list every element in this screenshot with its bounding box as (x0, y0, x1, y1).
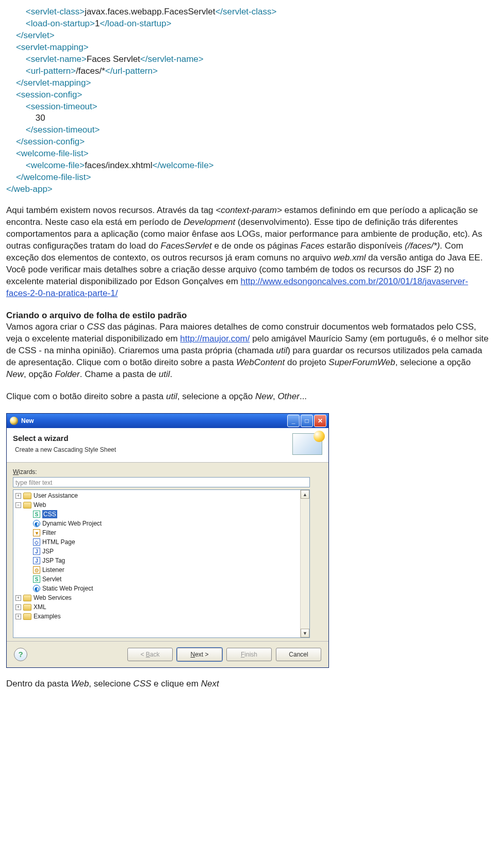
paragraph-1: Aqui também existem novos recursos. Atra… (6, 205, 489, 300)
folder-icon (23, 493, 31, 499)
tree-scrollbar[interactable]: ▲ ▼ (300, 490, 309, 637)
tree-item-css[interactable]: SCSS (13, 510, 300, 519)
collapse-icon[interactable]: − (15, 502, 21, 508)
wizards-label: Wizards: (13, 468, 322, 476)
banner-title: Select a wizard (13, 433, 292, 444)
tree-item-examples[interactable]: +Examples (13, 612, 300, 621)
tree-item-web-services[interactable]: +Web Services (13, 593, 300, 602)
dialog-titlebar[interactable]: New _ □ ✕ (7, 414, 328, 428)
tree-item-listener[interactable]: ⊙Listener (13, 565, 300, 575)
dialog-title-icon (10, 417, 18, 425)
tree-item-jsp-tag[interactable]: JJSP Tag (13, 556, 300, 565)
jsp-icon: J (33, 548, 40, 555)
html-icon: ◇ (33, 538, 40, 546)
tree-item-user-assistance[interactable]: +User Assistance (13, 491, 300, 500)
folder-icon (23, 613, 31, 620)
paragraph-2: Criando o arquivo de folha de estilo pad… (6, 310, 489, 381)
banner-icon (292, 433, 322, 455)
folder-icon (23, 595, 31, 601)
expand-icon[interactable]: + (15, 493, 21, 499)
css-icon: S (33, 511, 40, 518)
link-maujor[interactable]: http://maujor.com/ (180, 334, 250, 343)
new-wizard-dialog: New _ □ ✕ Select a wizard Create a new C… (6, 413, 329, 668)
tree-item-filter[interactable]: ▾Filter (13, 528, 300, 537)
tree-item-web[interactable]: −Web (13, 500, 300, 510)
jsp-tag-icon: J (33, 557, 40, 564)
tree-item-dynamic-web[interactable]: ◐Dynamic Web Project (13, 519, 300, 528)
servlet-icon: S (33, 576, 40, 583)
paragraph-3: Clique com o botão direito sobre a pasta… (6, 391, 489, 403)
scroll-up-icon[interactable]: ▲ (301, 490, 309, 499)
cancel-button[interactable]: Cancel (276, 648, 321, 661)
tree-item-xml[interactable]: +XML (13, 602, 300, 612)
finish-button[interactable]: Finish (226, 648, 272, 661)
filter-icon: ▾ (33, 529, 40, 536)
dialog-title: New (21, 417, 34, 425)
expand-icon[interactable]: + (15, 614, 21, 619)
expand-icon[interactable]: + (15, 595, 21, 601)
filter-input[interactable]: type filter text (13, 477, 310, 487)
expand-icon[interactable]: + (15, 604, 21, 610)
banner-subtitle: Create a new Cascading Style Sheet (15, 446, 292, 454)
listener-icon: ⊙ (33, 566, 40, 574)
tree-item-static-web[interactable]: ◐Static Web Project (13, 584, 300, 593)
help-button[interactable]: ? (14, 648, 27, 661)
folder-icon (23, 604, 31, 611)
tree-item-servlet[interactable]: SServlet (13, 575, 300, 584)
next-button[interactable]: Next > (177, 648, 222, 661)
close-button[interactable]: ✕ (314, 415, 326, 427)
back-button[interactable]: < Back (127, 648, 173, 661)
globe-icon: ◐ (33, 585, 40, 592)
folder-icon (23, 502, 31, 509)
maximize-button[interactable]: □ (301, 415, 313, 427)
tree-item-html[interactable]: ◇HTML Page (13, 537, 300, 547)
wizard-tree: +User Assistance −Web SCSS ◐Dynamic Web … (13, 489, 310, 638)
tree-item-jsp[interactable]: JJSP (13, 547, 300, 556)
dialog-button-row: ? < Back Next > Finish Cancel (7, 641, 328, 667)
section-heading: Criando o arquivo de folha de estilo pad… (6, 310, 187, 320)
minimize-button[interactable]: _ (287, 415, 300, 427)
globe-icon: ◐ (33, 520, 40, 527)
scroll-down-icon[interactable]: ▼ (301, 629, 309, 637)
xml-code-block: <servlet-class>javax.faces.webapp.FacesS… (6, 6, 489, 195)
dialog-banner: Select a wizard Create a new Cascading S… (7, 428, 328, 463)
footer-paragraph: Dentro da pasta Web, selecione CSS e cli… (6, 678, 489, 690)
